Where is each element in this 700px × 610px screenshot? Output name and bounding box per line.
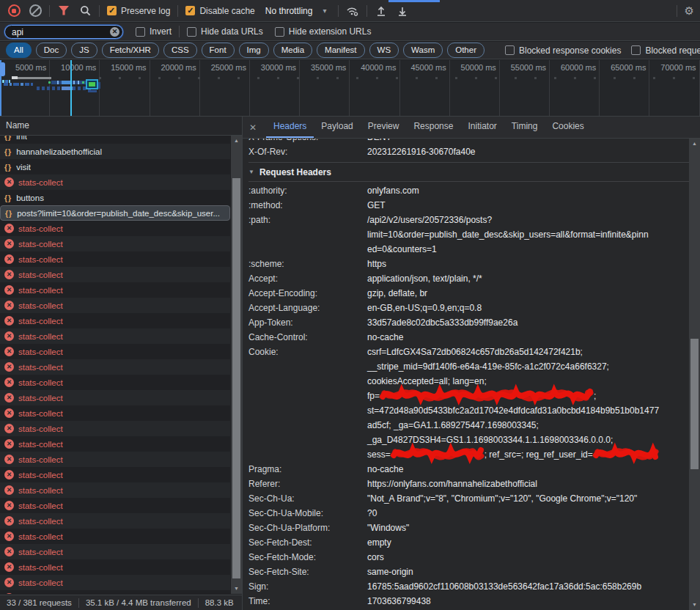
- header-name: Sec-Fetch-Site:: [248, 565, 367, 579]
- settings-gear-icon[interactable]: ⚙: [685, 5, 694, 16]
- filter-pill-wasm[interactable]: Wasm: [403, 43, 443, 58]
- tab-initiator[interactable]: Initiator: [460, 117, 504, 138]
- request-row[interactable]: ✕stats-collect: [0, 513, 230, 529]
- request-row[interactable]: {}visit: [0, 159, 230, 174]
- request-row[interactable]: ✕stats-collect: [0, 482, 230, 498]
- tab-response[interactable]: Response: [406, 117, 460, 138]
- request-row[interactable]: ✕stats-collect: [0, 452, 230, 467]
- filter-pill-img[interactable]: Img: [239, 43, 269, 58]
- overview-range-grip[interactable]: [0, 62, 5, 76]
- header-name: Cache-Control:: [248, 330, 367, 345]
- filter-pill-doc[interactable]: Doc: [36, 43, 67, 58]
- details-scrollbar[interactable]: ▲ ▼: [689, 139, 700, 610]
- request-row[interactable]: ✕stats-collect: [0, 467, 230, 482]
- request-row[interactable]: ✕stats-collect: [0, 436, 230, 452]
- timeline-tick: 70000 ms: [649, 60, 699, 116]
- throttling-select[interactable]: No throttling: [265, 6, 313, 16]
- section-header-request-headers[interactable]: ▼Request Headers: [248, 163, 689, 182]
- request-row[interactable]: {}init: [0, 136, 230, 144]
- header-value: no-cache: [367, 330, 403, 345]
- request-name: stats-collect: [18, 255, 63, 264]
- filter-pill-manifest[interactable]: Manifest: [317, 43, 364, 58]
- request-row[interactable]: ✕stats-collect: [0, 251, 230, 267]
- wifi-gear-icon: [346, 5, 359, 17]
- export-har-button[interactable]: [396, 4, 409, 18]
- scroll-down-icon[interactable]: ▼: [689, 600, 700, 610]
- preserve-log-checkbox[interactable]: ✓: [107, 6, 117, 15]
- header-row-sign: Sign:16785:5aad9602cf110608b03133de56364…: [248, 579, 689, 594]
- timeline-tick: 40000 ms: [350, 60, 399, 116]
- tab-headers[interactable]: Headers: [266, 117, 314, 138]
- request-row[interactable]: ✕stats-collect: [0, 405, 230, 421]
- tab-cookies[interactable]: Cookies: [545, 117, 591, 138]
- request-row[interactable]: ✕stats-collect: [0, 298, 230, 313]
- header-value: ?0: [367, 506, 377, 521]
- blocked-request-icon: ✕: [4, 239, 14, 249]
- blocked-response-cookies-checkbox[interactable]: [505, 45, 515, 55]
- tab-timing[interactable]: Timing: [504, 117, 545, 138]
- filter-pill-fetch-xhr[interactable]: Fetch/XHR: [102, 43, 159, 58]
- request-row[interactable]: ✕stats-collect: [0, 390, 230, 405]
- import-har-button[interactable]: [375, 4, 388, 18]
- network-overview[interactable]: 5000 ms10000 ms15000 ms20000 ms25000 ms3…: [0, 60, 700, 117]
- filter-pill-ws[interactable]: WS: [369, 43, 399, 58]
- filter-pill-font[interactable]: Font: [202, 43, 235, 58]
- filter-pill-js[interactable]: JS: [71, 43, 97, 58]
- network-conditions-button[interactable]: [346, 4, 359, 18]
- request-row[interactable]: ✕stats-collect: [0, 544, 230, 559]
- header-value: /api2/v2/users/20572336/posts?limit=10&o…: [367, 213, 649, 257]
- filter-pill-other[interactable]: Other: [447, 43, 485, 58]
- request-row[interactable]: ✕stats-collect: [0, 267, 230, 282]
- tab-preview[interactable]: Preview: [361, 117, 407, 138]
- invert-checkbox[interactable]: [136, 27, 145, 37]
- name-column-header[interactable]: Name: [0, 117, 242, 136]
- request-row[interactable]: ✕stats-collect: [0, 559, 230, 575]
- request-row[interactable]: ✕stats-collect: [0, 498, 230, 513]
- request-row[interactable]: ✕stats-collect: [0, 221, 230, 236]
- request-row[interactable]: ✕stats-collect: [0, 359, 230, 375]
- clear-filter-icon[interactable]: ✕: [110, 27, 119, 37]
- request-row[interactable]: ✕stats-collect: [0, 590, 230, 594]
- request-row[interactable]: ✕stats-collect: [0, 236, 230, 251]
- filter-pill-css[interactable]: CSS: [163, 43, 197, 58]
- request-row[interactable]: ✕stats-collect: [0, 282, 230, 298]
- request-row[interactable]: ✕stats-collect: [0, 375, 230, 390]
- scroll-up-icon[interactable]: ▲: [231, 136, 242, 146]
- request-row[interactable]: ✕stats-collect: [0, 328, 230, 344]
- hide-extension-urls-checkbox[interactable]: [275, 27, 284, 37]
- close-details-icon[interactable]: ✕: [243, 122, 263, 133]
- hide-data-urls-checkbox[interactable]: [187, 27, 196, 37]
- scrollbar-thumb[interactable]: [232, 178, 240, 578]
- blocked-requests-checkbox[interactable]: [631, 45, 641, 55]
- filter-input[interactable]: [4, 25, 123, 39]
- request-row-selected[interactable]: {}posts?limit=10&order=publish_date_desc…: [0, 205, 230, 221]
- request-name: stats-collect: [18, 394, 63, 403]
- header-value: 16785:5aad9602cf110608b03133de563642fac1…: [367, 579, 641, 594]
- timeline-tick: 35000 ms: [300, 60, 350, 116]
- scroll-up-icon[interactable]: ▲: [689, 139, 700, 149]
- filter-pill-all[interactable]: All: [6, 43, 32, 58]
- disable-cache-checkbox[interactable]: ✓: [185, 6, 195, 15]
- header-row-sec-fetch-site: Sec-Fetch-Site:same-origin: [248, 565, 689, 579]
- timeline-ticks: 5000 ms10000 ms15000 ms20000 ms25000 ms3…: [0, 60, 700, 116]
- timeline-cursor-line: [70, 60, 72, 116]
- request-row[interactable]: ✕stats-collect: [0, 313, 230, 328]
- request-row[interactable]: ✕stats-collect: [0, 344, 230, 359]
- filter-bar: ✕ Invert Hide data URLs Hide extension U…: [0, 23, 700, 41]
- request-row[interactable]: ✕stats-collect: [0, 575, 230, 590]
- filter-toggle-button[interactable]: [57, 4, 70, 18]
- request-row[interactable]: ✕stats-collect: [0, 421, 230, 436]
- clear-network-log-button[interactable]: [29, 4, 42, 18]
- request-row[interactable]: {}hannahelizabethofficial: [0, 144, 230, 159]
- record-stop-button[interactable]: [7, 4, 21, 18]
- request-row[interactable]: ✕stats-collect: [0, 529, 230, 544]
- request-row[interactable]: ✕stats-collect: [0, 174, 230, 190]
- request-name: stats-collect: [18, 455, 63, 464]
- search-button[interactable]: [78, 4, 92, 18]
- filter-pill-media[interactable]: Media: [273, 43, 312, 58]
- scrollbar-thumb[interactable]: [690, 339, 699, 469]
- scroll-down-icon[interactable]: ▼: [231, 584, 242, 594]
- request-list-scrollbar[interactable]: ▲ ▼: [231, 136, 242, 594]
- tab-payload[interactable]: Payload: [314, 117, 360, 138]
- request-row[interactable]: {}buttons: [0, 190, 230, 205]
